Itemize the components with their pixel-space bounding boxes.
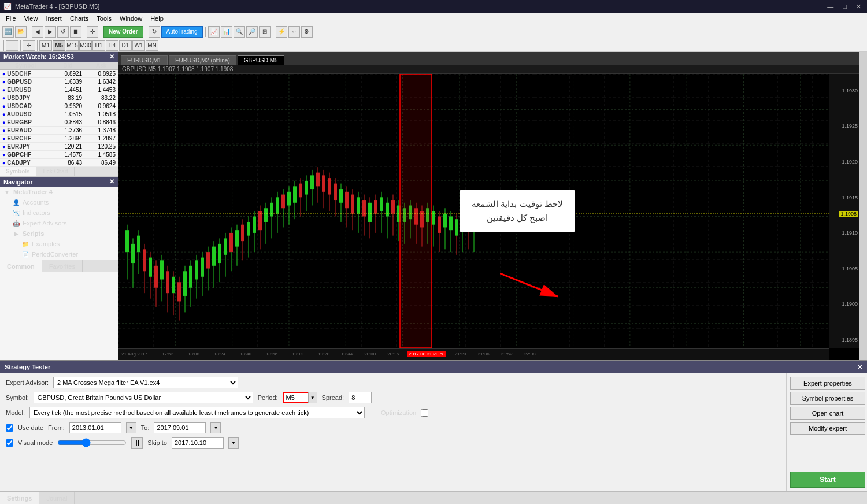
minimize-button[interactable]: — xyxy=(825,3,836,10)
market-watch-row[interactable]: ● EURJPY 120.21 120.25 xyxy=(0,143,118,151)
pause-btn[interactable]: ⏸ xyxy=(131,437,143,449)
chart-tab-eurusd-m2[interactable]: EURUSD,M2 (offline) xyxy=(169,55,236,65)
strategy-tester-panel: Strategy Tester ✕ Expert Advisor: 2 MA C… xyxy=(0,360,867,504)
skip-to-input[interactable] xyxy=(172,437,224,449)
st-tab-journal[interactable]: Journal xyxy=(39,492,75,504)
tf-h4[interactable]: H4 xyxy=(106,40,118,51)
tf-d1[interactable]: D1 xyxy=(119,40,132,51)
market-watch-row[interactable]: ● EURGBP 0.8843 0.8846 xyxy=(0,118,118,127)
chart-tab-eurusd-m1[interactable]: EURUSD,M1 xyxy=(121,55,168,65)
start-btn[interactable]: Start xyxy=(790,472,865,488)
nav-item-period-converter[interactable]: 📄 PeriodConverter xyxy=(0,249,118,260)
chart-container[interactable]: 1.1930 1.1925 1.1920 1.1915 1.1908 1.191… xyxy=(118,74,859,360)
menu-view[interactable]: View xyxy=(21,14,42,23)
menu-help[interactable]: Help xyxy=(147,14,167,23)
use-date-checkbox[interactable] xyxy=(6,424,13,432)
tf-m1[interactable]: M1 xyxy=(39,40,52,51)
time-label-15: 22:08 xyxy=(524,351,536,357)
zoom-out-button[interactable]: 🔎 xyxy=(246,26,258,38)
menu-charts[interactable]: Charts xyxy=(66,14,92,23)
model-selector[interactable]: Every tick (the most precise method base… xyxy=(29,407,365,418)
tab-common[interactable]: Common xyxy=(0,260,42,272)
menu-file[interactable]: File xyxy=(2,14,20,23)
market-watch-row[interactable]: ● CADJPY 86.43 86.49 xyxy=(0,159,118,167)
st-tab-settings[interactable]: Settings xyxy=(0,492,39,504)
market-watch-row[interactable]: ● USDCHF 0.8921 0.8925 xyxy=(0,70,118,78)
from-calendar-btn[interactable]: ▼ xyxy=(126,422,136,433)
visual-mode-checkbox[interactable] xyxy=(6,439,13,447)
svg-rect-40 xyxy=(177,282,181,301)
market-watch-row[interactable]: ● GBPUSD 1.6339 1.6342 xyxy=(0,78,118,86)
back-button[interactable]: ◀ xyxy=(32,26,43,38)
market-watch-row[interactable]: ● EURCHF 1.2894 1.2897 xyxy=(0,135,118,143)
tab-symbols[interactable]: Symbols xyxy=(0,167,36,176)
optimization-checkbox[interactable] xyxy=(421,409,428,417)
tab-tick-chart[interactable]: Tick Chart xyxy=(36,167,75,176)
st-close[interactable]: ✕ xyxy=(857,364,862,371)
skip-calendar-btn[interactable]: ▼ xyxy=(228,437,239,449)
tf-line[interactable]: — xyxy=(6,40,18,51)
stop-button[interactable]: ⏹ xyxy=(70,26,81,38)
chart-tabs: EURUSD,M1 EURUSD,M2 (offline) GBPUSD,M5 xyxy=(118,52,859,65)
time-label-6: 18:56 xyxy=(266,351,277,357)
nav-close[interactable]: ✕ xyxy=(109,178,114,186)
nav-item-examples[interactable]: 📁 Examples xyxy=(0,239,118,249)
modify-expert-btn[interactable]: Modify expert xyxy=(790,422,865,435)
market-watch-row[interactable]: ● USDCAD 0.9620 0.9624 xyxy=(0,102,118,110)
zoom-window-button[interactable]: ⊞ xyxy=(259,26,271,38)
indicator-button[interactable]: ⚡ xyxy=(276,26,287,38)
expert-properties-btn[interactable]: Expert properties xyxy=(790,377,865,390)
autotrading-button[interactable]: AutoTrading xyxy=(161,26,203,38)
menu-insert[interactable]: Insert xyxy=(42,14,65,23)
symbol-properties-btn[interactable]: Symbol properties xyxy=(790,392,865,405)
to-calendar-btn[interactable]: ▼ xyxy=(210,422,221,433)
bar-button[interactable]: 📊 xyxy=(221,26,232,38)
market-watch-row[interactable]: ● USDJPY 83.19 83.22 xyxy=(0,94,118,102)
nav-item-scripts[interactable]: ▶ Scripts xyxy=(0,228,118,239)
tf-w1[interactable]: W1 xyxy=(132,40,145,51)
ea-selector[interactable]: 2 MA Crosses Mega filter EA V1.ex4 xyxy=(53,377,238,388)
from-date-input[interactable] xyxy=(69,422,121,433)
open-chart-btn[interactable]: Open chart xyxy=(790,407,865,420)
forward-button[interactable]: ▶ xyxy=(45,26,56,38)
menu-tools[interactable]: Tools xyxy=(93,14,115,23)
speed-slider[interactable] xyxy=(57,438,127,447)
menu-window[interactable]: Window xyxy=(116,14,146,23)
nav-item-accounts[interactable]: 👤 Accounts xyxy=(0,197,118,207)
settings-button[interactable]: ⚙ xyxy=(301,26,313,38)
close-button[interactable]: ✕ xyxy=(854,3,864,10)
crosshair-button[interactable]: ✛ xyxy=(87,26,98,38)
reload-button[interactable]: ↺ xyxy=(57,26,69,38)
to-date-input[interactable] xyxy=(154,422,206,433)
maximize-button[interactable]: □ xyxy=(840,3,849,10)
market-watch-row[interactable]: ● GBPCHF 1.4575 1.4585 xyxy=(0,151,118,159)
line-button[interactable]: 📈 xyxy=(208,26,220,38)
symbol-selector[interactable]: GBPUSD, Great Britain Pound vs US Dollar xyxy=(34,392,253,403)
chart-scroll-button[interactable]: ↔ xyxy=(288,26,300,38)
tf-m5[interactable]: M5 xyxy=(53,40,65,51)
market-watch-row[interactable]: ● AUDUSD 1.0515 1.0518 xyxy=(0,110,118,118)
st-title: Strategy Tester xyxy=(5,364,50,370)
zoom-in-button[interactable]: 🔍 xyxy=(234,26,245,38)
nav-item-expert-advisors[interactable]: 🤖 Expert Advisors xyxy=(0,218,118,228)
tf-mn[interactable]: MN xyxy=(146,40,158,51)
refresh-button[interactable]: ↻ xyxy=(149,26,160,38)
market-watch-row[interactable]: ● EURUSD 1.4451 1.4453 xyxy=(0,86,118,94)
new-order-button[interactable]: New Order xyxy=(103,26,143,38)
nav-item-indicators[interactable]: 📉 Indicators xyxy=(0,207,118,218)
tab-favorites[interactable]: Favorites xyxy=(42,260,83,272)
new-button[interactable]: 🆕 xyxy=(2,26,14,38)
period-dropdown[interactable]: ▼ xyxy=(308,392,317,403)
nav-item-metatrader4[interactable]: ▼ MetaTrader 4 xyxy=(0,187,118,197)
chart-tab-gbpusd-m5[interactable]: GBPUSD,M5 xyxy=(238,55,284,65)
tf-m30[interactable]: M30 xyxy=(79,40,92,51)
title-bar-controls[interactable]: — □ ✕ xyxy=(825,3,864,10)
open-button[interactable]: 📂 xyxy=(15,26,27,38)
tf-h1[interactable]: H1 xyxy=(92,40,105,51)
market-watch-row[interactable]: ● EURAUD 1.3736 1.3748 xyxy=(0,127,118,135)
spread-input[interactable] xyxy=(349,392,372,403)
tf-cursor[interactable]: ✛ xyxy=(23,40,35,51)
svg-rect-70 xyxy=(264,208,268,222)
mw-close[interactable]: ✕ xyxy=(109,53,114,61)
tf-m15[interactable]: M15 xyxy=(66,40,79,51)
